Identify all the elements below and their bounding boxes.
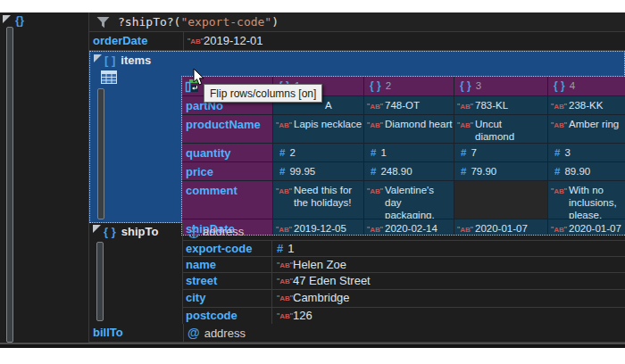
orderDate-key[interactable]: orderDate (89, 31, 183, 50)
billTo-value[interactable]: @address (183, 324, 625, 342)
column-header-4[interactable]: { }4 (548, 77, 625, 95)
cell-quantity-1[interactable]: #2 (273, 144, 363, 161)
billTo-ref-text: address (204, 327, 246, 340)
cell-text: 783-KL (475, 99, 546, 112)
name-key[interactable]: name (183, 257, 272, 272)
row-orderDate: orderDate "AB"2019-12-01 (89, 31, 625, 51)
string-type-icon: "AB" (277, 261, 293, 269)
cell-text: 3 (564, 147, 570, 158)
shipTo-key-cell[interactable]: { }shipTo (89, 223, 183, 324)
cell-partNo-3[interactable]: "AB"783-KL (454, 96, 547, 114)
cell-price-3[interactable]: #79.90 (454, 162, 547, 180)
name-value[interactable]: "AB"Helen Zoe (272, 257, 625, 272)
shipTo-anchor-row[interactable]: address (183, 223, 625, 241)
items-key[interactable]: [ ]items (104, 54, 151, 67)
shipTo-collapse-bar[interactable] (96, 242, 104, 321)
anchor-label: address (203, 225, 244, 238)
cell-text: 89.90 (564, 166, 590, 177)
row-key-comment[interactable]: comment (182, 181, 272, 219)
field-value-text: Helen Zoe (293, 258, 346, 271)
column-index: 4 (570, 80, 575, 91)
items-collapse-bar[interactable] (97, 88, 104, 219)
cell-price-2[interactable]: #248.90 (364, 162, 454, 180)
field-value-text: 1 (288, 242, 294, 255)
filter-funnel-icon (96, 16, 110, 29)
string-type-icon: "AB" (277, 311, 293, 320)
field-value-text: 47 Eden Street (293, 274, 371, 287)
cell-quantity-4[interactable]: #3 (548, 144, 625, 161)
window-bottom-strip (0, 344, 625, 348)
shipTo-key-text: shipTo (121, 225, 159, 238)
cell-comment-4[interactable]: "AB"With no inclusions, please. (548, 181, 625, 219)
cell-text: 248.90 (380, 166, 412, 177)
row-export-code: export-code #1 (183, 241, 625, 257)
row-key-price[interactable]: price (182, 162, 272, 180)
number-type-icon: # (554, 147, 560, 158)
cell-quantity-3[interactable]: #7 (454, 144, 547, 161)
cell-comment-3-empty[interactable] (454, 181, 547, 219)
cell-price-1[interactable]: #99.95 (273, 162, 363, 180)
root-object-cell[interactable]: {} (0, 12, 89, 343)
cell-productName-2[interactable]: "AB"Diamond heart (364, 115, 454, 143)
column-header-2[interactable]: { }2 (364, 77, 454, 95)
collapse-triangle-icon[interactable] (3, 15, 11, 23)
cell-text: 7 (471, 147, 476, 158)
cell-comment-1[interactable]: "AB"Need this for the holidays! (273, 181, 363, 219)
cell-text: A (325, 100, 332, 111)
object-type-icon: { } (104, 225, 116, 238)
billTo-key[interactable]: billTo (89, 324, 183, 342)
postcode-key[interactable]: postcode (183, 308, 272, 324)
shipTo-object-block: { }shipTo address (89, 223, 625, 324)
cell-comment-2[interactable]: "AB"Valentine's day packaging. (364, 181, 454, 219)
filter-expression[interactable]: ?shipTo?("export-code") (118, 15, 279, 29)
table-view-icon[interactable] (101, 70, 117, 84)
collapse-triangle-icon[interactable] (93, 225, 101, 233)
number-type-icon: # (277, 242, 283, 255)
row-key-quantity[interactable]: quantity (182, 144, 272, 161)
number-type-icon: # (279, 166, 285, 177)
string-type-icon: "AB" (276, 119, 292, 132)
cell-productName-1[interactable]: "AB"Lapis necklace (273, 115, 363, 143)
string-type-icon: "AB" (367, 185, 383, 198)
city-value[interactable]: "AB"Cambridge (272, 290, 625, 307)
flip-tooltip: Flip rows/columns [on] (204, 84, 322, 103)
filter-suffix: ) (271, 15, 279, 29)
filter-row[interactable]: ?shipTo?("export-code") (89, 12, 625, 32)
cell-productName-3[interactable]: "AB"Uncut diamond (454, 115, 547, 143)
collapse-triangle-icon[interactable] (94, 54, 102, 62)
field-value-text: Cambridge (293, 291, 350, 304)
street-key[interactable]: street (183, 273, 272, 289)
street-value[interactable]: "AB"47 Eden Street (272, 273, 625, 289)
object-type-icon: { } (554, 79, 565, 92)
number-type-icon: # (461, 147, 466, 158)
export-code-key[interactable]: export-code (183, 241, 272, 256)
items-array-block-selected[interactable]: [ ]items (89, 51, 625, 223)
filter-string-arg: "export-code" (180, 15, 271, 29)
string-type-icon: "AB" (551, 100, 567, 113)
cell-price-4[interactable]: #89.90 (548, 162, 625, 180)
row-city: city "AB"Cambridge (183, 290, 625, 308)
export-code-value[interactable]: #1 (272, 241, 625, 256)
cell-text: Diamond heart (385, 118, 452, 130)
cell-partNo-4[interactable]: "AB"238-KK (548, 96, 625, 114)
field-value-text: 126 (293, 309, 312, 322)
column-header-3[interactable]: { }3 (454, 77, 547, 95)
mouse-cursor (193, 69, 207, 87)
number-type-icon: # (554, 166, 560, 177)
row-street: street "AB"47 Eden Street (183, 273, 625, 290)
string-type-icon: "AB" (367, 119, 383, 132)
cell-quantity-2[interactable]: #1 (364, 144, 454, 161)
city-key[interactable]: city (183, 290, 272, 307)
row-name: name "AB"Helen Zoe (183, 257, 625, 273)
object-type-icon: {} (15, 13, 24, 27)
cell-productName-4[interactable]: "AB"Amber ring (548, 115, 625, 143)
string-type-icon: "AB" (551, 185, 567, 198)
orderDate-value[interactable]: "AB"2019-12-01 (183, 31, 625, 50)
string-type-icon: "AB" (367, 100, 383, 113)
row-key-productName[interactable]: productName (182, 115, 272, 143)
shipTo-key[interactable]: { }shipTo (104, 225, 158, 238)
postcode-value[interactable]: "AB"126 (272, 308, 625, 324)
cell-partNo-2[interactable]: "AB"748-OT (364, 96, 454, 114)
root-collapse-bar[interactable] (6, 27, 13, 343)
cell-text: Amber ring (569, 118, 624, 130)
